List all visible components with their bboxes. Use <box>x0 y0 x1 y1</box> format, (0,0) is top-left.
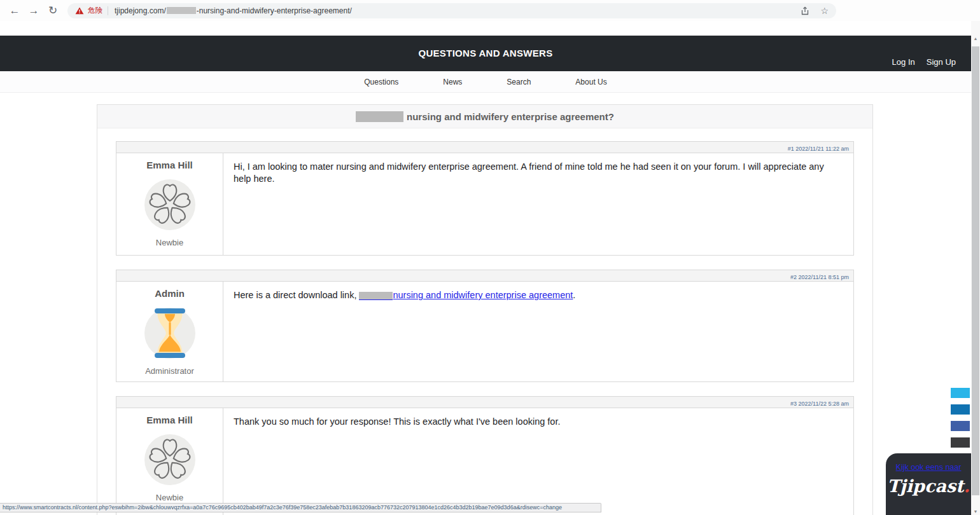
post-1-permalink[interactable]: #1 2022/11/21 11:22 am <box>788 146 853 152</box>
share-square-4[interactable] <box>951 437 970 448</box>
post-3-author-role: Newbie <box>116 493 223 502</box>
nav-item-questions[interactable]: Questions <box>364 78 398 86</box>
redacted-url-segment <box>167 7 196 14</box>
scrollbar-thumb[interactable] <box>972 46 979 495</box>
post-3-body: Thank you so much for your response! Thi… <box>223 408 853 515</box>
flower-icon[interactable] <box>144 434 195 485</box>
nav-item-search[interactable]: Search <box>507 78 531 86</box>
forward-icon[interactable]: → <box>24 5 43 16</box>
scroll-down-icon[interactable]: ▼ <box>971 509 980 514</box>
scroll-up-icon[interactable]: ▲ <box>971 36 980 41</box>
post-3-author-cell: Emma Hill Newbie <box>116 408 223 515</box>
post-1-author-name: Emma Hill <box>116 160 223 170</box>
post-1-author-cell: Emma Hill Newbie <box>116 153 223 255</box>
tjipcast-logo[interactable]: Tjipcast. <box>886 476 971 496</box>
post-2-permalink[interactable]: #2 2022/11/21 8:51 pm <box>790 274 853 280</box>
share-square-3[interactable] <box>951 421 970 431</box>
main-nav: Questions News Search About Us <box>0 71 971 93</box>
site-title: QUESTIONS AND ANSWERS <box>0 36 971 58</box>
post-3-permalink[interactable]: #3 2022/11/22 5:28 am <box>790 401 853 407</box>
kijk-ook-eens-naar-link[interactable]: Kijk ook eens naar <box>896 463 962 472</box>
post-2-author-role: Administrator <box>116 366 223 376</box>
nav-item-news[interactable]: News <box>443 78 462 86</box>
back-icon[interactable]: ← <box>5 5 24 16</box>
site-header: QUESTIONS AND ANSWERS Log In Sign Up <box>0 36 971 71</box>
redacted-link-segment <box>359 292 393 300</box>
post-1-body: Hi, I am looking to mater nursing and mi… <box>223 153 853 255</box>
question-thread-card: nursing and midwifery enterprise agreeme… <box>97 104 873 515</box>
post-3: #3 2022/11/22 5:28 am Emma Hill Newbie <box>116 396 854 515</box>
share-square-2[interactable] <box>951 404 970 415</box>
post-2-author-cell: Admin Administrator <box>116 282 223 381</box>
page-scrollbar[interactable]: ▲ ▼ <box>971 21 980 515</box>
danger-warning-label: 危険 <box>88 6 102 15</box>
bookmark-star-icon[interactable]: ☆ <box>820 6 829 16</box>
reload-icon[interactable]: ↻ <box>43 5 62 16</box>
signup-link[interactable]: Sign Up <box>927 57 956 67</box>
post-2-body: Here is a direct download link,nursing a… <box>223 282 853 381</box>
post-2: #2 2022/11/21 8:51 pm Admin <box>116 270 854 382</box>
redacted-title-segment <box>356 111 403 122</box>
post-1: #1 2022/11/21 11:22 am Emma Hill Newbie <box>116 141 854 256</box>
download-link[interactable]: nursing and midwifery enterprise agreeme… <box>359 290 573 300</box>
login-link[interactable]: Log In <box>892 57 915 67</box>
question-title: nursing and midwifery enterprise agreeme… <box>97 105 872 128</box>
flower-icon[interactable] <box>144 179 195 230</box>
url-text: tjipdejong.com/-nursing-and-midwifery-en… <box>115 6 352 15</box>
url-divider <box>108 6 108 15</box>
nav-item-about[interactable]: About Us <box>575 78 606 86</box>
tjipcast-promo-widget: Kijk ook eens naar Tjipcast. <box>886 453 971 515</box>
hourglass-icon[interactable] <box>144 308 195 359</box>
browser-chrome: ← → ↻ 危険 tjipdejong.com/-nursing-and-mid… <box>0 0 980 21</box>
share-buttons-column <box>951 388 970 454</box>
share-square-1[interactable] <box>951 388 970 398</box>
post-1-author-role: Newbie <box>116 238 223 247</box>
post-2-author-name: Admin <box>116 288 223 299</box>
url-bar[interactable]: 危険 tjipdejong.com/-nursing-and-midwifery… <box>67 3 836 18</box>
danger-warning-icon <box>75 7 84 15</box>
share-page-icon[interactable] <box>800 6 809 15</box>
link-status-bar: https://www.smartcontracts.nl/content.ph… <box>0 503 601 512</box>
post-3-author-name: Emma Hill <box>116 415 223 425</box>
